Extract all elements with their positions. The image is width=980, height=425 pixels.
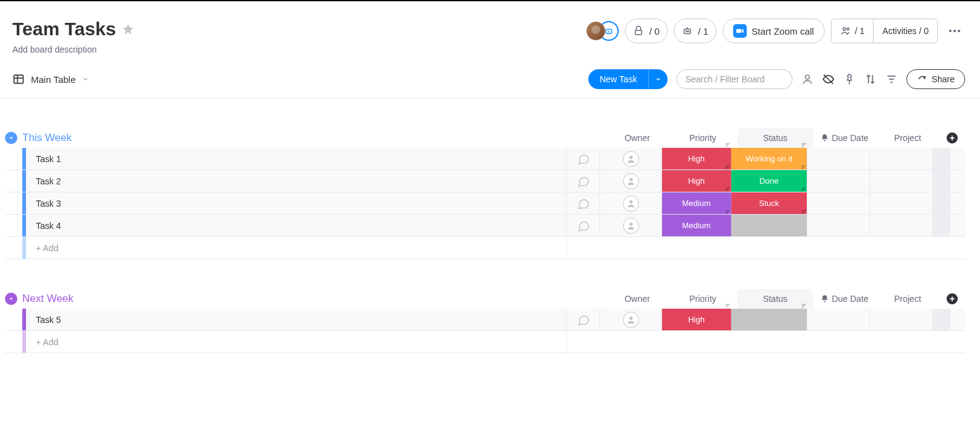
owner-cell[interactable] [600, 192, 662, 214]
svg-point-1 [608, 31, 609, 32]
due-date-cell[interactable] [807, 309, 870, 330]
task-name-cell[interactable]: Task 5 [26, 309, 567, 330]
chevron-down-icon [82, 75, 89, 83]
due-date-cell[interactable] [807, 192, 870, 214]
group-this_week: This WeekOwnerPriorityStatusDue DateProj… [5, 128, 965, 259]
group-header: Next WeekOwnerPriorityStatusDue DateProj… [5, 289, 965, 309]
chevron-down-icon [655, 76, 661, 82]
filter-icon[interactable] [885, 73, 898, 85]
integrations-button[interactable]: / 0 [625, 19, 668, 43]
task-conversation-icon[interactable] [567, 215, 600, 236]
status-cell[interactable] [731, 309, 807, 330]
owner-cell[interactable] [600, 170, 662, 192]
column-header-project[interactable]: Project [876, 294, 939, 304]
priority-cell[interactable]: High [662, 309, 731, 330]
column-header-owner[interactable]: Owner [606, 133, 668, 143]
due-date-cell[interactable] [807, 148, 870, 170]
task-conversation-icon[interactable] [567, 309, 600, 330]
due-date-cell[interactable] [807, 215, 870, 236]
column-header-project[interactable]: Project [876, 133, 939, 143]
row-tail [933, 192, 950, 214]
project-cell[interactable] [870, 170, 933, 192]
svg-rect-2 [635, 30, 642, 35]
table-row: Task 5High [5, 309, 965, 331]
svg-point-19 [629, 155, 632, 158]
group-collapse-toggle[interactable] [5, 293, 17, 305]
search-input[interactable] [676, 69, 793, 89]
column-header-due-date[interactable]: Due Date [813, 133, 876, 143]
board-toolbar: Main Table New Task Share [0, 54, 980, 98]
group-title[interactable]: This Week [22, 132, 72, 144]
column-header-priority[interactable]: Priority [668, 133, 737, 143]
owner-cell[interactable] [600, 148, 662, 170]
group-collapse-toggle[interactable] [5, 132, 17, 144]
sort-icon[interactable] [864, 73, 877, 85]
add-column-button[interactable]: + [939, 293, 965, 304]
priority-cell[interactable]: High [662, 170, 731, 192]
column-header-due-date[interactable]: Due Date [813, 294, 876, 304]
column-headers: OwnerPriorityStatusDue DateProject+ [606, 289, 965, 309]
empty-avatar-icon [623, 312, 639, 328]
status-cell[interactable]: Working on it [731, 148, 807, 170]
add-column-button[interactable]: + [939, 132, 965, 144]
svg-point-12 [805, 75, 809, 79]
task-name-cell[interactable]: Task 4 [26, 215, 567, 236]
project-cell[interactable] [870, 309, 933, 330]
owner-cell[interactable] [600, 215, 662, 236]
task-conversation-icon[interactable] [567, 192, 600, 214]
automations-button[interactable]: / 1 [674, 19, 716, 43]
person-filter-icon[interactable] [801, 73, 814, 85]
board-owner-avatar[interactable] [587, 21, 619, 41]
priority-cell[interactable]: High [662, 148, 731, 170]
group-header: This WeekOwnerPriorityStatusDue DateProj… [5, 128, 965, 148]
svg-point-22 [629, 222, 632, 225]
hide-columns-icon[interactable] [822, 73, 835, 85]
group-color-stripe [22, 237, 26, 259]
zoom-icon [733, 24, 747, 38]
column-header-owner[interactable]: Owner [606, 294, 668, 304]
svg-point-24 [629, 316, 632, 319]
group-title[interactable]: Next Week [22, 293, 74, 305]
row-tail [933, 148, 950, 170]
table-row: Task 1HighWorking on it [5, 148, 965, 170]
project-cell[interactable] [870, 215, 933, 236]
svg-point-7 [843, 28, 846, 31]
board-description[interactable]: Add board description [12, 45, 134, 54]
zoom-call-button[interactable]: Start Zoom call [723, 19, 825, 43]
add-task-label[interactable]: + Add [26, 331, 567, 353]
add-task-row[interactable]: + Add [5, 331, 965, 353]
task-name-cell[interactable]: Task 2 [26, 170, 567, 192]
board-header: Team Tasks Add board description / 0 / 1 [0, 1, 980, 54]
status-cell[interactable]: Stuck [731, 192, 807, 214]
row-tail [933, 309, 950, 330]
share-button[interactable]: Share [906, 69, 965, 89]
activities-button[interactable]: Activities / 0 [874, 19, 937, 43]
members-button[interactable]: / 1 [832, 19, 874, 43]
new-task-button[interactable]: New Task [588, 69, 667, 89]
column-header-priority[interactable]: Priority [668, 294, 737, 304]
priority-cell[interactable]: Medium [662, 192, 731, 214]
status-cell[interactable]: Done [731, 170, 807, 192]
new-task-main[interactable]: New Task [588, 69, 648, 89]
new-task-dropdown[interactable] [648, 69, 668, 89]
task-conversation-icon[interactable] [567, 170, 600, 192]
priority-cell[interactable]: Medium [662, 215, 731, 236]
svg-marker-18 [10, 137, 13, 139]
owner-cell[interactable] [600, 309, 662, 330]
status-cell[interactable] [731, 215, 807, 236]
add-task-label[interactable]: + Add [26, 237, 567, 259]
board-more-menu[interactable] [944, 30, 965, 32]
task-conversation-icon[interactable] [567, 148, 600, 170]
task-name-cell[interactable]: Task 1 [26, 148, 567, 170]
due-date-cell[interactable] [807, 170, 870, 192]
board-title[interactable]: Team Tasks [12, 19, 116, 40]
add-task-row[interactable]: + Add [5, 237, 965, 259]
favorite-star-icon[interactable] [122, 23, 134, 35]
empty-avatar-icon [623, 195, 639, 212]
table-row: Task 3MediumStuck [5, 192, 965, 215]
view-switcher[interactable]: Main Table [12, 73, 89, 85]
pin-icon[interactable] [843, 73, 856, 85]
project-cell[interactable] [870, 148, 933, 170]
project-cell[interactable] [870, 192, 933, 214]
task-name-cell[interactable]: Task 3 [26, 192, 567, 214]
